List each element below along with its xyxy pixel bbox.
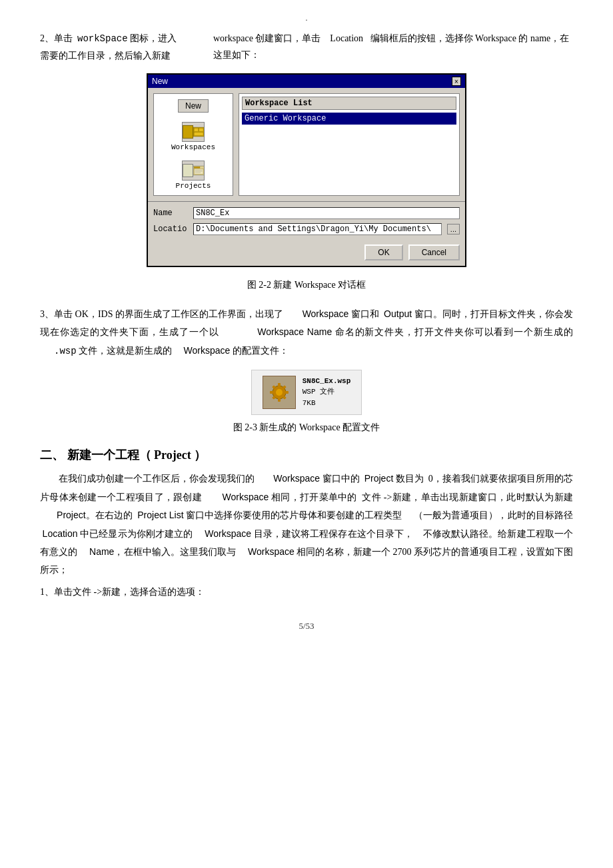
svg-point-11 <box>276 389 283 396</box>
svg-rect-6 <box>194 169 203 175</box>
list-header: Workspace List <box>242 97 456 110</box>
svg-rect-12 <box>278 383 281 387</box>
wsp-icon-container: SN8C_Ex.wsp WSP 文件 7KB <box>251 370 362 415</box>
figure3-caption: 图 2-3 新生成的 Workspace 配置文件 <box>40 420 573 435</box>
dialog-nav-panel: New Workspaces <box>153 93 233 196</box>
dialog-container: New × New Workspaces <box>40 73 573 267</box>
svg-rect-15 <box>285 391 289 394</box>
close-button[interactable]: × <box>452 77 461 86</box>
location-field-row: Locatio ... <box>153 223 460 235</box>
ok-button[interactable]: OK <box>364 244 402 260</box>
location-input[interactable] <box>193 223 442 235</box>
figure2-caption: 图 2-2 新建 Workspace 对话框 <box>40 278 573 292</box>
svg-rect-3 <box>194 133 203 136</box>
section-two-heading: 二、 新建一个工程（ Project ） <box>40 447 573 463</box>
browse-button[interactable]: ... <box>447 224 460 234</box>
svg-rect-14 <box>270 391 274 394</box>
dialog-buttons: OK Cancel <box>148 240 465 266</box>
wsp-filetype: WSP 文件 <box>303 386 351 398</box>
svg-rect-2 <box>199 129 203 132</box>
page-number: 5/53 <box>40 621 573 632</box>
section-two-title: 二、 新建一个工程（ Project ） <box>40 447 206 463</box>
section2-left: 2、单击 workSpace 图标，进入 需要的工作目录，然后输入新建 <box>40 30 187 64</box>
location-label: Locatio <box>153 224 188 234</box>
wsp-filesize: 7KB <box>303 398 351 409</box>
section-two-body: 在我们成功创建一个工作区后，你会发现我们的 Workspace 窗口中的 Pro… <box>40 470 573 580</box>
projects-icon <box>182 161 205 181</box>
wsp-file-figure: SN8C_Ex.wsp WSP 文件 7KB <box>40 370 573 415</box>
dialog-title: New <box>152 77 168 86</box>
svg-rect-13 <box>278 398 281 402</box>
name-input[interactable] <box>193 207 460 219</box>
step1-line: 1、单击文件 ->新建，选择合适的选项： <box>40 584 573 602</box>
projects-nav-item[interactable]: Projects <box>176 161 211 190</box>
page-dot: . <box>40 13 573 23</box>
dialog-titlebar: New × <box>148 75 465 88</box>
workspaces-icon <box>182 122 205 142</box>
dialog-list-panel: Workspace List Generic Workspace <box>239 93 460 196</box>
workspaces-nav-item[interactable]: Workspaces <box>171 122 215 151</box>
section3-text: 3、单击 OK，IDS 的界面生成了工作区的工作界面，出现了 Workspace… <box>40 305 573 360</box>
dialog-footer: Name Locatio ... <box>148 201 465 240</box>
name-label: Name <box>153 209 188 218</box>
new-dialog: New × New Workspaces <box>147 73 466 267</box>
svg-rect-5 <box>194 167 200 169</box>
workspaces-label: Workspaces <box>171 143 215 151</box>
cancel-button[interactable]: Cancel <box>408 244 460 260</box>
list-item-generic-workspace[interactable]: Generic Workspace <box>242 113 456 125</box>
name-field-row: Name <box>153 207 460 219</box>
svg-rect-1 <box>194 129 198 132</box>
wsp-file-info: SN8C_Ex.wsp WSP 文件 7KB <box>303 376 351 409</box>
projects-label: Projects <box>176 182 211 190</box>
new-nav-button[interactable]: New <box>178 99 209 113</box>
wsp-file-icon <box>263 376 296 409</box>
wsp-filename: SN8C_Ex.wsp <box>303 376 351 387</box>
section2-right: workspace 创建窗口，单击 Location 编辑框后的按钮，选择你 W… <box>213 30 573 64</box>
